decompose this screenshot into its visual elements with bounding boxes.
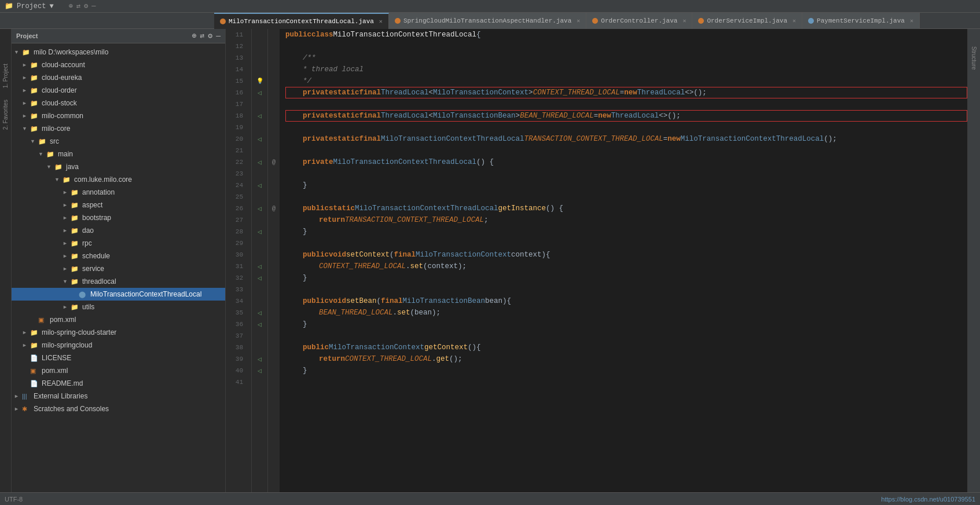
tree-item-aspect[interactable]: ► 📁 aspect — [12, 199, 225, 211]
folder-icon-com-luke: 📁 — [63, 176, 72, 184]
param-34: bean){ — [485, 295, 511, 307]
method-39: get — [436, 353, 450, 365]
at-33 — [268, 284, 280, 295]
right-strip: Structure — [967, 29, 980, 492]
tree-item-scratches[interactable]: ► ✱ Scratches and Consoles — [12, 402, 225, 415]
tree-item-milo-springcloud[interactable]: ► 📁 milo-springcloud — [12, 339, 225, 352]
tree-item-pom-core[interactable]: ▣ pom.xml — [12, 313, 225, 326]
tree-item-service[interactable]: ► 📁 service — [12, 262, 225, 275]
angle-18a: < — [429, 110, 434, 122]
tree-item-milo-spring-cloud-starter[interactable]: ► 📁 milo-spring-cloud-starter — [12, 326, 225, 339]
gutter-40: ◁ — [252, 365, 267, 376]
tree-arrow-pom-core — [30, 317, 38, 323]
tree-label-rpc: rpc — [82, 239, 92, 247]
paren-34a: ( — [377, 295, 381, 307]
gutter-12 — [252, 41, 267, 52]
tab-orderservice[interactable]: OrderServiceImpl.java ✕ — [692, 13, 802, 29]
tree-label-dao: dao — [82, 226, 94, 235]
tree-item-utils[interactable]: ► 📁 utils — [12, 301, 225, 313]
gutter-15[interactable]: 💡 — [252, 75, 267, 87]
method-31: set — [410, 261, 424, 272]
ln-11: 11 — [226, 29, 247, 41]
tree-item-cloud-order[interactable]: ► 📁 cloud-order — [12, 84, 225, 97]
tree-item-cloud-eureka[interactable]: ► 📁 cloud-eureka — [12, 71, 225, 84]
tree-item-bootstrap[interactable]: ► 📁 bootstrap — [12, 211, 225, 224]
tab-close-4[interactable]: ✕ — [792, 17, 796, 24]
folder-icon-rpc: 📁 — [71, 240, 80, 247]
tree-label-milo-core: milo-core — [42, 125, 70, 133]
tab-icon-4 — [698, 18, 704, 24]
tab-ordercontroller[interactable]: OrderController.java ✕ — [586, 13, 692, 29]
gutter-23 — [252, 168, 267, 180]
tree-item-milo-core[interactable]: ▼ 📁 milo-core — [12, 122, 225, 135]
tab-close-3[interactable]: ✕ — [682, 17, 686, 24]
at-12 — [268, 41, 280, 52]
tab-icon-5 — [808, 18, 814, 24]
tree-item-java[interactable]: ▼ 📁 java — [12, 160, 225, 173]
tree-item-milo-root[interactable]: ▼ 📁 milo D:\workspaces\milo — [12, 46, 225, 58]
code-line-30: public void setContext ( final MiloTrans… — [285, 249, 967, 261]
tree-item-cloud-account[interactable]: ► 📁 cloud-account — [12, 58, 225, 71]
folder-icon-aspect: 📁 — [71, 202, 80, 209]
angle-18b: > — [516, 110, 520, 122]
tree-item-pom-root[interactable]: ▣ pom.xml — [12, 364, 225, 377]
tab-paymentservice[interactable]: PaymentServiceImpl.java ✕ — [802, 13, 920, 29]
tree-item-external-libraries[interactable]: ► ||| External Libraries — [12, 390, 225, 402]
ln-25: 25 — [226, 191, 247, 203]
tree-item-annotation[interactable]: ► 📁 annotation — [12, 186, 225, 199]
tree-item-main[interactable]: ▼ 📁 main — [12, 148, 225, 160]
gutter-25 — [252, 191, 267, 203]
tab-close-5[interactable]: ✕ — [910, 17, 913, 24]
tree-label-cloud-account: cloud-account — [42, 61, 85, 69]
tree-item-schedule[interactable]: ► 📁 schedule — [12, 250, 225, 262]
tree-label-cloud-stock: cloud-stock — [42, 99, 77, 107]
tab-bar: MiloTransactionContextThreadLocal.java ✕… — [0, 13, 980, 29]
tree-item-rpc[interactable]: ► 📁 rpc — [12, 237, 225, 250]
tab-milotransaction[interactable]: MiloTransactionContextThreadLocal.java ✕ — [214, 13, 389, 29]
code-line-27: return TRANSACTION_CONTEXT_THREAD_LOCAL … — [285, 214, 967, 226]
kw-public-34: public — [303, 295, 329, 307]
tree-item-src[interactable]: ▼ 📁 src — [12, 135, 225, 148]
tab-close-1[interactable]: ✕ — [379, 18, 383, 25]
tree-item-dao[interactable]: ► 📁 dao — [12, 224, 225, 237]
tab-icon-3 — [592, 18, 598, 24]
code-line-22: private MiloTransactionContextThreadLoca… — [285, 156, 967, 168]
code-area[interactable]: public class MiloTransactionContextThrea… — [280, 29, 967, 492]
ln-34: 34 — [226, 295, 247, 307]
project-label[interactable]: Project — [17, 2, 46, 10]
tree-label-milo-transaction: MiloTransactionContextThreadLocal — [90, 290, 201, 298]
sidebar-icon-minimize[interactable]: — — [216, 32, 221, 41]
tab-label-1: MiloTransactionContextThreadLocal.java — [229, 18, 374, 25]
code-line-11: public class MiloTransactionContextThrea… — [285, 29, 967, 41]
code-line-26: public static MiloTransactionContextThre… — [285, 203, 967, 214]
tree-arrow-scratches: ► — [14, 406, 22, 412]
tree-item-threadlocal[interactable]: ▼ 📁 threadlocal — [12, 275, 225, 288]
kw-private-20: private — [303, 133, 333, 145]
status-bar: UTF-8 https://blog.csdn.net/u010739551 — [0, 492, 980, 505]
tree-item-cloud-stock[interactable]: ► 📁 cloud-stock — [12, 97, 225, 109]
tree-item-com-luke[interactable]: ▼ 📁 com.luke.milo.core — [12, 173, 225, 186]
tab-springcloud-aspect[interactable]: SpringCloudMiloTransactionAspectHandler.… — [389, 13, 586, 29]
ln-38: 38 — [226, 342, 247, 353]
tree-item-readme[interactable]: 📄 README.md — [12, 377, 225, 390]
gutter-20: ◁ — [252, 133, 267, 145]
at-36 — [268, 319, 280, 330]
sidebar-icon-sync[interactable]: ⊕ — [192, 31, 197, 41]
field-35: BEAN_THREAD_LOCAL — [319, 307, 393, 319]
tree-item-milo-transaction-class[interactable]: ⬤ MiloTransactionContextThreadLocal — [12, 288, 225, 301]
tab-close-2[interactable]: ✕ — [577, 17, 580, 24]
code-line-19 — [285, 122, 967, 133]
kw-final-18: final — [359, 110, 381, 122]
sidebar-icon-settings[interactable]: ⚙ — [208, 31, 212, 41]
tree-item-milo-common[interactable]: ► 📁 milo-common — [12, 109, 225, 122]
ln-30: 30 — [226, 249, 247, 261]
gutter: 💡 ◁ ◁ ◁ ◁ ◁ — [252, 29, 268, 492]
gutter-27 — [252, 214, 267, 226]
sidebar-icon-expand[interactable]: ⇄ — [200, 31, 205, 41]
dropdown-icon[interactable]: ▼ — [49, 2, 53, 10]
tree-label-cloud-order: cloud-order — [42, 86, 77, 94]
paren-30a: ( — [390, 249, 394, 261]
tree-item-license[interactable]: 📄 LICENSE — [12, 352, 225, 364]
paren-31: (context); — [423, 261, 467, 272]
ln-21: 21 — [226, 145, 247, 156]
